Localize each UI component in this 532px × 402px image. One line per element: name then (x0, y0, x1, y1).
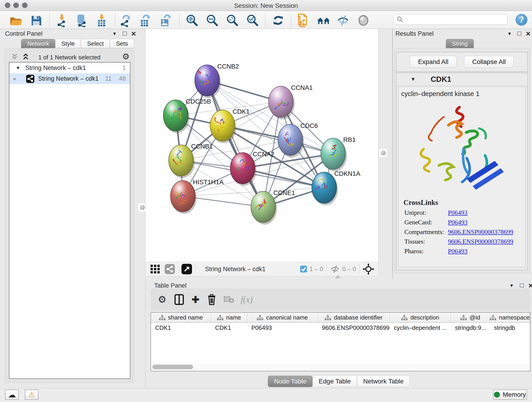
crosslink-link[interactable]: 9606.ENSP00000378699 (448, 238, 513, 245)
network-share-badge-icon[interactable] (165, 264, 175, 274)
import-table-button[interactable] (95, 13, 109, 27)
node-label: CCNA2 (253, 151, 274, 158)
table-panel-dock-icon[interactable]: ▼ (509, 283, 514, 288)
zoom-in-button[interactable] (185, 13, 199, 27)
tab-style[interactable]: Style (55, 39, 81, 48)
tab-string[interactable]: String (446, 39, 474, 48)
save-session-button[interactable] (29, 13, 43, 27)
delete-table-icon[interactable] (223, 295, 234, 304)
scrollbar-thumb[interactable] (152, 365, 193, 369)
export-network-button[interactable] (119, 13, 133, 27)
table-row[interactable]: CDK1CDK1P064939606.ENSP00000378699cyclin… (151, 323, 530, 333)
node-label: CCNB2 (217, 63, 239, 70)
tab-node-table[interactable]: Node Table (268, 376, 312, 387)
hidden-eye-slash-icon[interactable] (330, 265, 340, 274)
gene-card-expander-icon[interactable]: ▼ (411, 76, 416, 82)
zoom-selected-button[interactable] (246, 13, 259, 27)
tab-sets[interactable]: Sets (110, 39, 134, 48)
node-label: CCNE1 (273, 189, 295, 196)
network-node-cdkn1a[interactable] (312, 172, 336, 203)
column-header-namespace[interactable]: namespace (490, 313, 530, 322)
expand-all-button[interactable]: Expand All (410, 56, 456, 68)
export-table-button[interactable] (138, 13, 152, 27)
control-panel-float-icon[interactable]: □ (123, 30, 127, 37)
network-node-cdc25b[interactable] (163, 100, 188, 131)
memory-button[interactable]: Memory (493, 390, 527, 400)
open-session-button[interactable] (9, 13, 22, 27)
column-header-databaseidentifier[interactable]: database identifier (318, 313, 390, 322)
column-header-sharedname[interactable]: shared name (151, 313, 211, 322)
column-header-description[interactable]: description (390, 313, 451, 322)
show-glass-ball-effect-button[interactable] (356, 13, 370, 27)
table-export-icon (139, 14, 152, 27)
crosslink-link[interactable]: P06493 (448, 219, 468, 226)
network-canvas[interactable]: CCNB2CCNA1CDC25BCDK1CDC6RB1CCNB1CCNA2HIS… (145, 29, 379, 262)
network-node-cdc6[interactable] (278, 124, 303, 155)
results-panel-dock-icon[interactable]: ▼ (507, 31, 512, 36)
gene-card-header[interactable]: ▼ CDK1 (396, 73, 527, 86)
network-collection-row[interactable]: ▼ String Network – cdk1 1 (9, 63, 130, 73)
show-grid-icon[interactable] (150, 264, 161, 274)
selected-checkbox-icon[interactable] (300, 265, 307, 273)
refresh-button[interactable] (271, 13, 285, 27)
fit-content-crosshair-icon[interactable] (363, 263, 374, 275)
network-node-ccna1[interactable] (268, 86, 293, 117)
show-columns-icon[interactable] (174, 294, 184, 305)
column-header-canonicalname[interactable]: canonical name (247, 313, 318, 322)
network-node-hist1h1a[interactable] (171, 181, 195, 212)
results-panel-close-icon[interactable]: ✕ (526, 30, 531, 38)
cell-canonicalname[interactable]: P06493 (247, 323, 318, 333)
export-image-button[interactable] (158, 13, 172, 27)
delete-column-trash-icon[interactable] (207, 294, 216, 305)
collapse-all-button[interactable]: Collapse All (464, 56, 514, 68)
cell-description[interactable]: cyclin–dependent ... (390, 323, 451, 333)
string-protein-query-button[interactable] (296, 13, 310, 27)
network-row[interactable]: ● String Network – cdk1 11 48 (9, 73, 130, 84)
homology-search-button[interactable] (317, 13, 330, 27)
cell-databaseidentifier[interactable]: 9606.ENSP00000378699 (318, 323, 390, 333)
export-network-icon (119, 14, 133, 27)
network-edge[interactable] (207, 80, 263, 207)
import-network-button[interactable] (56, 13, 69, 27)
tab-edge-table[interactable]: Edge Table (312, 376, 357, 387)
tab-select[interactable]: Select (81, 39, 110, 48)
cell-id[interactable]: stringdb:9... (451, 323, 490, 333)
open-in-new-window-icon[interactable] (181, 264, 192, 274)
network-options-gear-icon[interactable]: ⚙ (122, 52, 129, 61)
hide-glass-ball-effect-button[interactable] (336, 13, 350, 27)
network-node-rb1[interactable] (321, 138, 346, 169)
tree-expander-icon[interactable]: ▼ (16, 65, 20, 70)
network-node-ccna2[interactable] (230, 153, 255, 184)
cell-namespace[interactable]: stringdb (490, 323, 530, 333)
tab-network[interactable]: Network (21, 39, 55, 48)
add-column-icon[interactable]: ✚ (192, 295, 200, 304)
crosslink-link[interactable]: 9606.ENSP00000378699 (448, 228, 513, 236)
column-header-name[interactable]: name (211, 313, 247, 322)
zoom-fit-button[interactable] (225, 13, 239, 27)
network-share-icon (26, 75, 34, 83)
right-splitter-handle[interactable] (379, 148, 388, 157)
table-options-gear-icon[interactable]: ⚙ (158, 295, 167, 304)
control-panel-dock-icon[interactable]: ▼ (112, 31, 117, 36)
function-builder-button[interactable]: f(x) (241, 294, 253, 305)
search-icon (397, 16, 404, 23)
results-panel-float-icon[interactable]: □ (517, 30, 521, 37)
cell-sharedname[interactable]: CDK1 (151, 323, 211, 333)
gene-card-body: cyclin–dependent kinase 1 (398, 87, 526, 267)
control-panel-close-icon[interactable]: ✕ (131, 30, 136, 38)
cloud-status-button[interactable]: ☁ (5, 390, 19, 400)
table-panel-float-icon[interactable]: □ (520, 282, 524, 289)
help-button[interactable]: ? (515, 14, 527, 26)
refresh-icon (272, 14, 285, 27)
tab-network-table[interactable]: Network Table (357, 376, 410, 387)
zoom-out-button[interactable] (205, 13, 219, 27)
import-network-from-database-button[interactable] (75, 13, 89, 27)
table-horizontal-scrollbar[interactable] (151, 364, 530, 370)
cell-name[interactable]: CDK1 (211, 323, 247, 333)
column-header-id[interactable]: @id (451, 313, 490, 322)
warnings-button[interactable]: ⚠ (25, 390, 38, 400)
crosslink-link[interactable]: P06493 (448, 248, 468, 255)
crosslink-link[interactable]: P06493 (448, 209, 468, 216)
network-node-ccne1[interactable] (251, 191, 276, 223)
search-input[interactable] (394, 14, 507, 25)
